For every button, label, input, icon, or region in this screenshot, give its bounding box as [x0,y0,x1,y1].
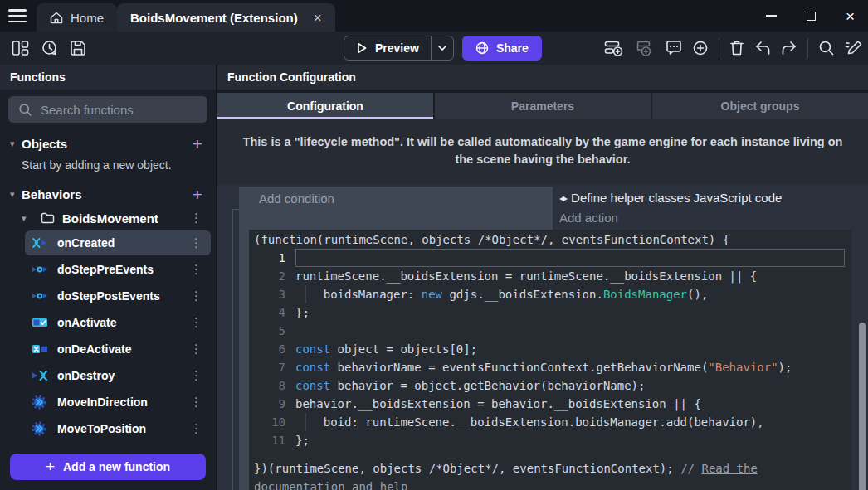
tab-home[interactable]: Home [37,3,117,32]
preview-dropdown-button[interactable] [432,36,453,60]
code-line[interactable]: 1 [251,249,851,267]
kebab-menu-icon[interactable]: ⋮ [190,235,202,250]
function-item-label: MoveInDirection [57,395,190,409]
tab-configuration[interactable]: Configuration [217,93,433,119]
code-line[interactable]: 8const behavior = object.getBehavior(beh… [251,376,851,395]
function-item-label: onDeActivate [57,342,190,356]
maximize-button[interactable] [807,12,816,21]
scene-edit-icon[interactable] [845,40,863,56]
main-menu-icon[interactable] [8,9,27,22]
tab-object-groups[interactable]: Object groups [652,93,868,119]
function-gear-icon [32,421,51,436]
caret-down-icon[interactable]: ▾ [10,189,22,200]
code-text [295,249,845,267]
code-line[interactable]: 2runtimeScene.__boidsExtension = runtime… [251,267,851,285]
caret-down-icon[interactable]: ▾ [22,213,33,224]
events-scrollbar[interactable] [859,323,866,490]
project-manager-icon[interactable] [12,40,29,56]
code-line[interactable]: 3 boidsManager: new gdjs.__boidsExtensio… [251,285,851,303]
minimize-button[interactable] [766,15,777,17]
code-line[interactable]: 6const object = objects[0]; [251,340,851,358]
preview-button[interactable]: Preview [344,36,431,60]
code-text: }; [295,431,845,449]
search-functions-input[interactable]: Search functions [8,96,207,123]
main-header: Function Configuration [217,65,868,90]
kebab-menu-icon[interactable]: ⋮ [190,395,202,410]
function-item-ondestroy[interactable]: onDestroy ⋮ [25,363,211,388]
kebab-menu-icon[interactable]: ⋮ [190,368,202,383]
close-window-button[interactable]: × [846,8,855,24]
code-line[interactable]: 7const behaviorName = eventsFunctionCont… [251,358,851,376]
add-subevent-icon[interactable] [635,40,656,57]
toolbar-left-group [8,40,86,56]
lifecycle-activate-icon [32,317,51,328]
events-sheet: Add condition ◂▸ Define helper classes J… [217,184,868,490]
caret-down-icon[interactable]: ▾ [10,138,22,149]
code-footer-text: })(runtimeScene, objects /*Object*/, eve… [254,462,680,475]
add-function-button[interactable]: + Add a new function [10,454,206,480]
lifecycle-description: This is a "lifecycle method". It will be… [217,119,868,184]
code-line[interactable]: 9behavior.__boidsExtension = behavior.__… [251,395,851,413]
code-line[interactable]: 5 [251,322,851,340]
js-event-title[interactable]: ◂▸ Define helper classes JavaScript code [553,187,851,209]
kebab-menu-icon[interactable]: ⋮ [190,315,202,330]
titlebar: Home BoidsMovement (Extension) × × [0,0,868,32]
event-action-column: ◂▸ Define helper classes JavaScript code… [553,187,851,230]
function-item-movetoposition[interactable]: MoveToPosition ⋮ [25,416,211,441]
function-item-oncreated[interactable]: onCreated ⋮ [25,230,211,255]
kebab-menu-icon[interactable]: ⋮ [190,421,202,436]
add-comment-icon[interactable] [666,40,682,56]
trash-icon[interactable] [729,40,744,56]
event-drag-handle[interactable] [239,187,249,490]
redo-icon[interactable] [781,41,797,56]
section-objects[interactable]: ▾ Objects + [0,131,216,156]
undo-icon[interactable] [754,41,771,56]
function-item-ondeactivate[interactable]: onDeActivate ⋮ [25,337,211,361]
history-icon[interactable] [41,40,58,56]
add-event-icon[interactable] [604,40,625,57]
share-button[interactable]: Share [462,36,542,61]
add-circle-icon[interactable] [692,40,709,56]
function-item-moveindirection[interactable]: MoveInDirection ⋮ [25,390,211,415]
line-number: 8 [251,376,285,395]
functions-sidebar: Functions Search functions ▾ Objects + S… [0,65,217,490]
kebab-menu-icon[interactable]: ⋮ [190,262,202,277]
function-item-label: doStepPostEvents [57,289,190,303]
lifecycle-destroy-icon [32,370,51,381]
toolbar-center-group: Preview Share [344,36,542,61]
behavior-folder-boidsmovement[interactable]: ▾ BoidsMovement ⋮ [0,206,216,230]
function-item-dostep-post-events[interactable]: doStepPostEvents ⋮ [25,284,211,308]
line-number: 10 [251,413,285,431]
tab-label: Configuration [287,99,363,113]
function-item-dostep-pre-events[interactable]: doStepPreEvents ⋮ [25,257,211,282]
add-action-button[interactable]: Add action [553,209,851,226]
function-configuration-panel: Function Configuration Configuration Par… [217,65,868,490]
section-behaviors[interactable]: ▾ Behaviors + [0,182,216,206]
function-gear-icon [32,395,51,410]
function-item-onactivate[interactable]: onActivate ⋮ [25,310,211,335]
add-behavior-button[interactable]: + [193,186,202,203]
play-icon [356,42,368,54]
js-code-editor[interactable]: (function(runtimeScene, objects /*Object… [249,230,851,490]
search-placeholder: Search functions [41,103,134,117]
tab-parameters[interactable]: Parameters [435,93,651,119]
kebab-menu-icon[interactable]: ⋮ [190,289,202,303]
kebab-menu-icon[interactable]: ⋮ [190,211,202,226]
add-object-button[interactable]: + [193,135,202,153]
save-icon[interactable] [70,40,86,56]
search-icon[interactable] [818,40,835,56]
search-icon [18,103,32,117]
code-line[interactable]: 10 boid: runtimeScene.__boidsExtension.b… [251,413,851,431]
share-label: Share [496,41,529,55]
kebab-menu-icon[interactable]: ⋮ [190,342,202,357]
tab-boidsmovement[interactable]: BoidsMovement (Extension) × [117,3,335,32]
add-condition-button[interactable]: Add condition [249,187,553,230]
line-number: 3 [251,285,285,303]
js-event-title-label: Define helper classes JavaScript code [571,191,782,205]
lifecycle-deactivate-icon [32,343,51,355]
code-line[interactable]: 11}; [251,431,851,449]
close-tab-icon[interactable]: × [314,11,322,25]
add-action-label: Add action [559,211,618,225]
code-line[interactable]: 4}; [251,303,851,322]
tab-home-label: Home [71,11,104,25]
